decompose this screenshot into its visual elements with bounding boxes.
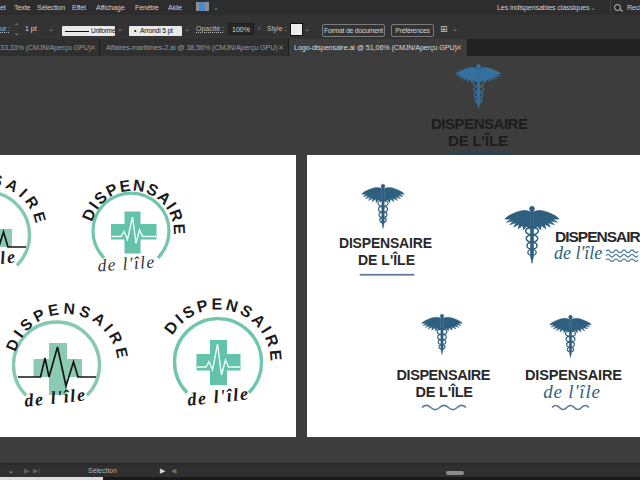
svg-text:DISPENSAIRE: DISPENSAIRE [2, 300, 132, 363]
svg-text:DE L'ÎLE: DE L'ÎLE [416, 383, 474, 400]
svg-text:de l'île: de l'île [186, 383, 250, 409]
svg-text:DE L'ÎLE: DE L'ÎLE [358, 251, 415, 268]
svg-text:de l'île: de l'île [23, 384, 87, 410]
svg-text:de l'île: de l'île [554, 243, 602, 263]
svg-text:DISPENSAIRE: DISPENSAIRE [431, 115, 528, 132]
svg-text:DISPENSAIRE: DISPENSAIRE [339, 235, 432, 251]
svg-text:de l'île: de l'île [543, 381, 600, 402]
svg-text:de l'île: de l'île [0, 246, 17, 272]
svg-text:DE L'ÎLE: DE L'ÎLE [448, 132, 508, 149]
svg-text:de l'île: de l'île [97, 252, 156, 276]
svg-text:DISPENSAIRE: DISPENSAIRE [397, 367, 491, 383]
svg-text:DISPENSAIRE: DISPENSAIRE [0, 170, 50, 234]
